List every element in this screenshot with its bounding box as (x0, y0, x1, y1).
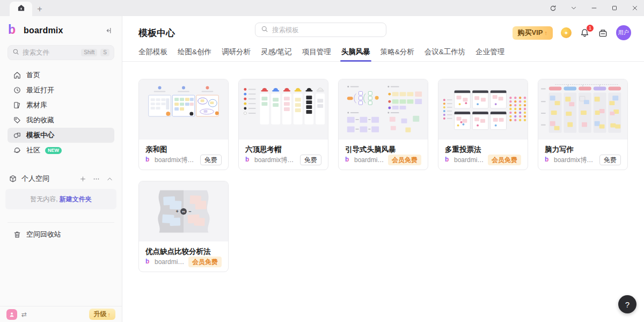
tab-meeting-workshop[interactable]: 会议&工作坊 (425, 47, 466, 61)
search-icon (12, 48, 19, 57)
cube-icon (9, 174, 17, 183)
template-card-guided-brainstorming[interactable]: 引导式头脑风暴 b boardmix博思白... 会员免费 (338, 79, 428, 170)
search-icon (261, 25, 268, 35)
boardmix-logo-mini: b (545, 155, 551, 165)
svg-text:+: + (176, 209, 179, 214)
file-search-input[interactable] (23, 49, 78, 56)
svg-text:b: b (145, 258, 149, 265)
upgrade-label: 升级 (94, 310, 107, 319)
home-tab-icon (17, 4, 25, 14)
sidebar-item-home[interactable]: 首页 (8, 68, 114, 83)
app-tab-home[interactable] (10, 2, 32, 16)
buy-vip-button[interactable]: 购买VIP ↑ (513, 26, 553, 40)
template-brand: boardmix博思白板 (254, 156, 297, 165)
sidebar-item-label: 素材库 (26, 100, 47, 110)
home-icon (13, 71, 21, 79)
template-title: 脑力写作 (545, 145, 621, 155)
price-badge: 会员免费 (488, 155, 521, 165)
boardmix-logo-mini: b (145, 257, 152, 267)
inbox-button[interactable] (598, 28, 608, 38)
switch-account-icon[interactable]: ⇄ (21, 311, 27, 318)
tab-strategy-analysis[interactable]: 策略&分析 (380, 47, 414, 61)
template-thumbnail (239, 79, 328, 140)
new-badge: NEW (45, 147, 62, 154)
new-tab-button[interactable]: + (32, 2, 47, 16)
sidebar-item-label: 模板中心 (26, 130, 54, 140)
maximize-icon[interactable] (611, 4, 618, 12)
template-thumbnail (339, 79, 428, 140)
sidebar: b boardmix Shift S 首页 最近打开 素材库 (0, 16, 122, 322)
sidebar-item-template-center[interactable]: 模板中心 (8, 128, 114, 143)
sidebar-item-recent[interactable]: 最近打开 (8, 83, 114, 98)
sidebar-item-recycle-bin[interactable]: 空间回收站 (8, 227, 114, 242)
template-thumbnail (538, 79, 627, 140)
personal-space-header[interactable]: 个人空间 (8, 174, 114, 184)
sidebar-item-label: 空间回收站 (26, 230, 61, 239)
add-space-icon[interactable] (79, 175, 86, 182)
template-icon (13, 131, 21, 140)
template-search-box[interactable] (255, 23, 386, 37)
tab-all-templates[interactable]: 全部模板 (138, 47, 167, 61)
up-arrow-icon: ↑ (108, 311, 111, 318)
shortcut-key-s: S (100, 49, 109, 56)
vip-arrow-icon: ↑ (545, 30, 548, 36)
template-title: 优点缺点比较分析法 (145, 247, 222, 257)
tab-project-management[interactable]: 项目管理 (302, 47, 331, 61)
price-badge: 会员免费 (388, 155, 421, 165)
template-thumbnail (139, 79, 228, 140)
template-brand: boardmix博思白板 (155, 156, 197, 165)
template-card-affinity-diagram[interactable]: 亲和图 b boardmix博思白板 免费 (138, 79, 229, 170)
tab-drawing-creation[interactable]: 绘图&创作 (178, 47, 211, 61)
svg-text:b: b (245, 156, 249, 163)
category-tabbar: 全部模板 绘图&创作 调研分析 灵感/笔记 项目管理 头脑风暴 策略&分析 会议… (122, 47, 644, 62)
refresh-icon[interactable] (549, 4, 557, 12)
new-folder-link[interactable]: 新建文件夹 (60, 195, 92, 204)
boardmix-logo-mini: b (445, 155, 451, 165)
help-button[interactable]: ? (618, 295, 636, 313)
svg-text:b: b (145, 156, 149, 163)
price-badge: 免费 (200, 155, 222, 165)
brand-name: boardmix (24, 26, 63, 35)
boardmix-logo-mini: b (245, 155, 252, 165)
template-card-six-thinking-hats[interactable]: 六顶思考帽 b boardmix博思白板 免费 (238, 79, 328, 170)
template-title: 多重投票法 (445, 145, 521, 155)
sidebar-item-community[interactable]: 社区 NEW (8, 143, 114, 158)
template-brand: boardmix博思白... (454, 156, 485, 165)
main-content: 模板中心 购买VIP ↑ ✦ 1 用户 (122, 16, 644, 322)
community-icon (13, 146, 21, 155)
collapse-sidebar-icon[interactable] (105, 26, 113, 35)
svg-text:−: − (188, 209, 191, 214)
tab-brainstorming[interactable]: 头脑风暴 (341, 47, 370, 61)
template-search-input[interactable] (272, 26, 380, 34)
tab-enterprise-management[interactable]: 企业管理 (475, 47, 504, 61)
template-title: 引导式头脑风暴 (345, 145, 421, 155)
template-brand: boardmix博思白板 (554, 156, 597, 165)
svg-text:vs: vs (182, 210, 185, 213)
boardmix-logo-mini: b (345, 155, 352, 165)
collapse-section-icon[interactable] (106, 175, 113, 182)
file-search-box[interactable]: Shift S (8, 45, 114, 60)
sidebar-item-library[interactable]: 素材库 (8, 98, 114, 113)
minimize-icon[interactable] (590, 4, 598, 12)
sidebar-item-favorites[interactable]: 我的收藏 (8, 113, 114, 128)
template-card-multi-voting[interactable]: 多重投票法 b boardmix博思白... 会员免费 (438, 79, 528, 170)
svg-text:b: b (545, 156, 548, 163)
notification-count-badge: 1 (587, 25, 594, 32)
buy-vip-label: 购买VIP (518, 28, 543, 38)
template-card-pros-cons-analysis[interactable]: + vs − 优点缺点比较分析法 b boardmix博思白... 会员免费 (138, 181, 229, 272)
chevron-down-icon[interactable] (570, 4, 577, 12)
coin-icon[interactable]: ✦ (561, 27, 572, 38)
user-avatar-small[interactable] (6, 309, 17, 320)
tab-research-analysis[interactable]: 调研分析 (222, 47, 251, 61)
template-card-brainwriting[interactable]: 脑力写作 b boardmix博思白板 免费 (538, 79, 628, 170)
tab-inspiration-notes[interactable]: 灵感/笔记 (261, 47, 292, 61)
inbox-icon (598, 28, 608, 38)
more-options-icon[interactable] (93, 175, 100, 182)
template-thumbnail: + vs − (139, 181, 228, 241)
notifications-button[interactable]: 1 (580, 28, 590, 38)
user-avatar[interactable]: 用户 (616, 25, 631, 40)
close-icon[interactable] (631, 4, 639, 12)
sidebar-item-label: 最近打开 (26, 85, 54, 95)
upgrade-button[interactable]: 升级 ↑ (89, 309, 116, 320)
trash-icon (13, 230, 21, 239)
